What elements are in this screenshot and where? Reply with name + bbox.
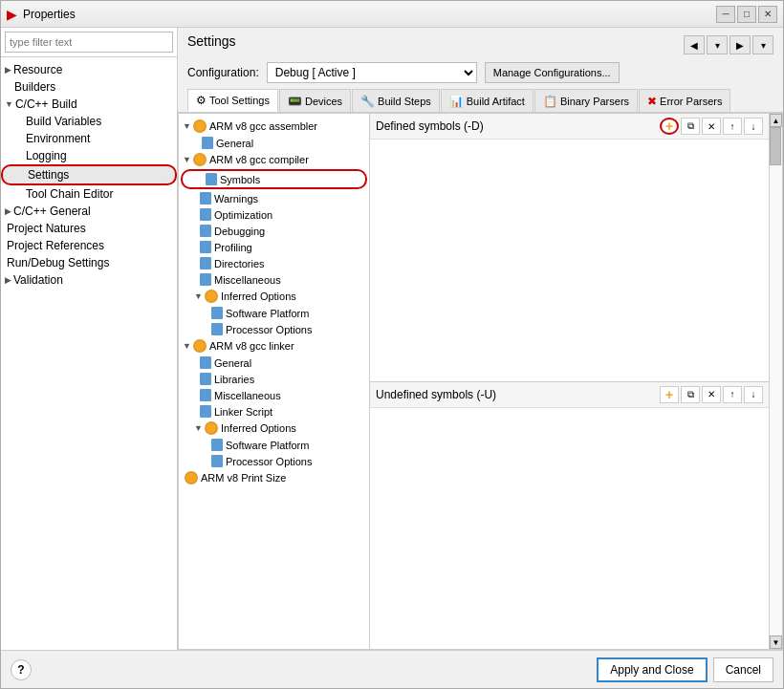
doc-icon (200, 208, 211, 221)
tab-binary-parsers[interactable]: 📋 Binary Parsers (534, 89, 638, 112)
tool-item-software-platform-1[interactable]: Software Platform (179, 305, 369, 321)
sidebar-item-ccbuild[interactable]: ▼ C/C++ Build (1, 96, 177, 113)
tool-item-miscellaneous[interactable]: Miscellaneous (179, 271, 369, 288)
filter-input[interactable] (5, 32, 173, 53)
sidebar-item-settings[interactable]: Settings (1, 164, 177, 185)
move-up-undefined-button[interactable]: ↑ (723, 386, 742, 403)
sidebar-item-toolchain[interactable]: Tool Chain Editor (1, 185, 177, 203)
sidebar-item-label: Project Natures (7, 222, 86, 235)
tool-item-arm-assembler[interactable]: ▼ ARM v8 gcc assembler (179, 118, 369, 135)
sidebar-item-projectnatures[interactable]: Project Natures (1, 220, 177, 237)
tool-item-processor-options-2[interactable]: Processor Options (179, 453, 369, 469)
tool-item-profiling[interactable]: Profiling (179, 239, 369, 255)
tree-nav: ▶ Resource Builders ▼ C/C++ Build Build … (1, 57, 177, 650)
add-defined-symbol-button[interactable]: + (660, 118, 679, 135)
tool-item-inferred-compiler[interactable]: ▼ Inferred Options (179, 288, 369, 305)
sidebar-item-rundebug[interactable]: Run/Debug Settings (1, 254, 177, 271)
sidebar: ▶ Resource Builders ▼ C/C++ Build Build … (1, 28, 178, 650)
minimize-button[interactable]: ─ (716, 6, 735, 23)
tool-item-label: Software Platform (226, 440, 309, 451)
sidebar-item-label: C/C++ General (13, 205, 91, 218)
tool-item-label: Inferred Options (221, 422, 296, 434)
tool-item-arm-linker[interactable]: ▼ ARM v8 gcc linker (179, 337, 369, 355)
sidebar-item-validation[interactable]: ▶ Validation (1, 271, 177, 289)
tool-item-label: Symbols (220, 174, 260, 185)
tool-item-directories[interactable]: Directories (179, 255, 369, 271)
config-select[interactable]: Debug [ Active ] (267, 62, 477, 83)
doc-icon (200, 241, 211, 253)
sidebar-item-environment[interactable]: Environment (1, 130, 177, 147)
expand-icon: ▼ (183, 155, 191, 164)
add-undefined-symbol-button[interactable]: + (660, 386, 679, 403)
tool-item-linker-script[interactable]: Linker Script (179, 403, 369, 420)
settings-title: Settings (187, 33, 236, 49)
properties-window: ▶ Properties ─ □ ✕ ▶ Resource (0, 0, 784, 689)
sidebar-item-label: Validation (13, 273, 63, 287)
tool-item-label: Optimization (214, 209, 272, 221)
duplicate-undefined-symbol-button[interactable]: ⧉ (681, 386, 700, 403)
sidebar-item-buildvars[interactable]: Build Variables (1, 113, 177, 130)
sidebar-item-logging[interactable]: Logging (1, 147, 177, 164)
tool-item-linker-misc[interactable]: Miscellaneous (179, 387, 369, 403)
cancel-button[interactable]: Cancel (713, 657, 773, 682)
delete-defined-symbol-button[interactable]: ✕ (702, 118, 721, 135)
tool-item-arm-compiler[interactable]: ▼ ARM v8 gcc compiler (179, 151, 369, 168)
tool-item-inferred-linker[interactable]: ▼ Inferred Options (179, 420, 369, 437)
move-up-defined-button[interactable]: ↑ (723, 118, 742, 135)
nav-forward-button[interactable]: ▶ (730, 35, 751, 54)
title-bar: ▶ Properties ─ □ ✕ (1, 1, 783, 28)
build-artifact-icon: 📊 (449, 95, 464, 108)
error-parsers-icon: ✖ (647, 95, 657, 108)
maximize-button[interactable]: □ (737, 6, 756, 23)
devices-icon: 📟 (288, 95, 302, 108)
defined-symbols-title: Defined symbols (-D) (376, 119, 484, 133)
manage-configurations-button[interactable]: Manage Configurations... (485, 62, 620, 83)
nav-back-button[interactable]: ◀ (684, 35, 705, 54)
tool-item-arm-print-size[interactable]: ARM v8 Print Size (179, 469, 369, 486)
delete-undefined-symbol-button[interactable]: ✕ (702, 386, 721, 403)
tool-item-software-platform-2[interactable]: Software Platform (179, 437, 369, 453)
sidebar-item-ccgeneral[interactable]: ▶ C/C++ General (1, 203, 177, 220)
gear-icon (193, 119, 207, 133)
window-title: Properties (23, 8, 76, 21)
tool-item-assembler-general[interactable]: General (179, 135, 369, 151)
symbols-panel: Defined symbols (-D) + ⧉ ✕ ↑ ↓ (370, 114, 769, 649)
tool-item-symbols[interactable]: Symbols (181, 169, 367, 189)
tab-tool-settings[interactable]: ⚙ Tool Settings (187, 89, 278, 112)
nav-arrows: ◀ ▾ ▶ ▾ (684, 35, 773, 54)
tab-build-artifact[interactable]: 📊 Build Artifact (441, 89, 534, 112)
tool-item-label: ARM v8 gcc assembler (209, 120, 317, 132)
tab-build-steps[interactable]: 🔧 Build Steps (352, 89, 440, 112)
scroll-up-button[interactable]: ▲ (770, 114, 782, 127)
nav-menu-button[interactable]: ▾ (752, 35, 773, 54)
tool-item-debugging[interactable]: Debugging (179, 223, 369, 239)
nav-dropdown-button[interactable]: ▾ (707, 35, 728, 54)
help-button[interactable]: ? (11, 659, 32, 680)
duplicate-defined-symbol-button[interactable]: ⧉ (681, 118, 700, 135)
scroll-thumb[interactable] (770, 127, 781, 165)
expand-icon: ▼ (194, 423, 203, 433)
tool-item-libraries[interactable]: Libraries (179, 371, 369, 387)
tab-error-parsers[interactable]: ✖ Error Parsers (639, 89, 730, 112)
tool-item-optimization[interactable]: Optimization (179, 206, 369, 223)
close-button[interactable]: ✕ (758, 6, 777, 23)
tool-item-processor-options-1[interactable]: Processor Options (179, 321, 369, 337)
move-down-undefined-button[interactable]: ↓ (744, 386, 763, 403)
sidebar-item-projectrefs[interactable]: Project References (1, 237, 177, 254)
sidebar-item-resource[interactable]: ▶ Resource (1, 61, 177, 78)
scroll-down-button[interactable]: ▼ (770, 635, 782, 649)
binary-parsers-icon: 📋 (543, 95, 557, 108)
tool-item-warnings[interactable]: Warnings (179, 190, 369, 206)
tool-item-label: Libraries (214, 374, 254, 385)
tab-label: Devices (305, 96, 342, 107)
undefined-symbols-header: Undefined symbols (-U) + ⧉ ✕ ↑ ↓ (370, 382, 769, 408)
tab-devices[interactable]: 📟 Devices (279, 89, 351, 112)
sidebar-item-builders[interactable]: Builders (1, 78, 177, 96)
sidebar-item-label: Run/Debug Settings (7, 256, 109, 269)
tool-item-label: Directories (214, 258, 265, 269)
apply-close-button[interactable]: Apply and Close (597, 657, 707, 682)
app-icon: ▶ (7, 7, 17, 22)
move-down-defined-button[interactable]: ↓ (744, 118, 763, 135)
tool-item-linker-general[interactable]: General (179, 355, 369, 371)
undefined-symbol-actions: + ⧉ ✕ ↑ ↓ (660, 386, 763, 403)
